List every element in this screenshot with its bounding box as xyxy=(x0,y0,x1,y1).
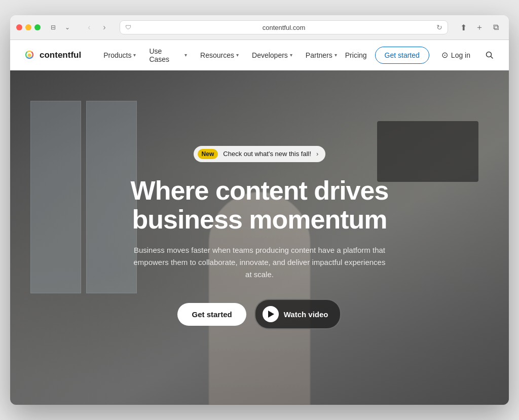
chevron-down-icon: ▾ xyxy=(290,52,292,58)
get-started-button[interactable]: Get started xyxy=(375,47,429,64)
share-icon[interactable]: ⬆ xyxy=(456,20,470,34)
close-button[interactable] xyxy=(16,24,22,30)
hero-headline: Where content drives business momentum xyxy=(131,176,389,234)
nav-pricing-link[interactable]: Pricing xyxy=(343,47,369,63)
nav-item-products[interactable]: Products ▾ xyxy=(97,43,142,67)
nav-item-partners[interactable]: Partners ▾ xyxy=(300,43,343,67)
traffic-lights xyxy=(16,24,41,30)
forward-button[interactable]: › xyxy=(97,20,112,34)
address-bar-wrapper[interactable]: 🛡 contentful.com ↻ xyxy=(120,20,448,34)
chevron-down-icon: ▾ xyxy=(236,52,239,58)
chevron-right-icon: › xyxy=(316,150,318,158)
login-button[interactable]: ⊙ Log in xyxy=(435,46,476,64)
hero-section: New Check out what's new this fall! › Wh… xyxy=(10,70,509,405)
login-icon: ⊙ xyxy=(441,50,448,60)
chevron-down-icon: ▾ xyxy=(335,52,337,58)
announcement-text: Check out what's new this fall! xyxy=(223,150,311,158)
logo[interactable]: contentful xyxy=(22,48,81,62)
site-nav: contentful Products ▾ Use Cases ▾ Resour… xyxy=(10,40,509,70)
logo-icon xyxy=(22,48,36,62)
browser-controls: ⊟ ⌄ ‹ › 🛡 contentful.com ↻ ⬆ ＋ ⧉ xyxy=(16,20,503,34)
new-tab-icon[interactable]: ＋ xyxy=(472,20,487,34)
svg-point-1 xyxy=(28,53,31,57)
hero-get-started-button[interactable]: Get started xyxy=(177,303,246,326)
sidebar-toggle-icon[interactable]: ⊟ xyxy=(47,22,60,32)
play-triangle xyxy=(268,311,274,318)
chevron-down-icon: ▾ xyxy=(184,52,187,58)
watch-video-button[interactable]: Watch video xyxy=(254,299,342,329)
address-bar[interactable]: contentful.com xyxy=(135,24,432,31)
search-icon[interactable] xyxy=(483,48,497,62)
security-icon: 🛡 xyxy=(125,24,131,31)
hero-subtext: Business moves faster when teams produci… xyxy=(133,244,386,281)
window-controls: ⊟ ⌄ xyxy=(47,22,74,32)
nav-item-resources[interactable]: Resources ▾ xyxy=(194,43,245,67)
back-button[interactable]: ‹ xyxy=(82,20,96,34)
browser-window: ⊟ ⌄ ‹ › 🛡 contentful.com ↻ ⬆ ＋ ⧉ xyxy=(10,15,509,405)
svg-line-3 xyxy=(491,56,493,58)
hero-cta-group: Get started Watch video xyxy=(131,299,389,329)
browser-action-buttons: ⬆ ＋ ⧉ xyxy=(456,20,503,34)
nav-items: Products ▾ Use Cases ▾ Resources ▾ Devel… xyxy=(97,43,343,67)
browser-chrome: ⊟ ⌄ ‹ › 🛡 contentful.com ↻ ⬆ ＋ ⧉ xyxy=(10,15,509,40)
chevron-down-icon: ▾ xyxy=(133,52,136,58)
tabs-icon[interactable]: ⧉ xyxy=(489,20,503,34)
new-announcement-banner[interactable]: New Check out what's new this fall! › xyxy=(194,146,326,162)
minimize-button[interactable] xyxy=(25,24,31,30)
chevron-down-icon[interactable]: ⌄ xyxy=(61,22,74,32)
nav-item-use-cases[interactable]: Use Cases ▾ xyxy=(143,43,193,67)
new-label: New xyxy=(198,149,218,159)
hero-content: New Check out what's new this fall! › Wh… xyxy=(121,146,399,329)
nav-right: Pricing Get started ⊙ Log in xyxy=(343,46,497,64)
window-pane-left xyxy=(30,101,81,293)
refresh-icon[interactable]: ↻ xyxy=(436,23,442,31)
browser-nav-buttons: ‹ › xyxy=(82,20,112,34)
maximize-button[interactable] xyxy=(34,24,41,30)
nav-item-developers[interactable]: Developers ▾ xyxy=(246,43,299,67)
logo-text: contentful xyxy=(40,50,81,60)
play-icon xyxy=(263,306,279,322)
